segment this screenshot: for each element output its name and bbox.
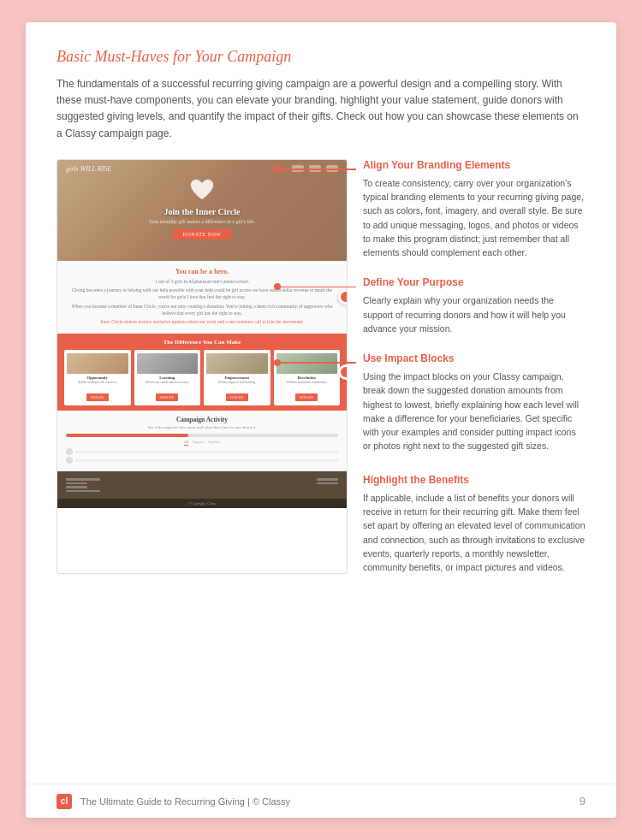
branding-connector-line: [281, 169, 356, 170]
mock-card-btn-4[interactable]: DONATE: [295, 393, 318, 401]
mock-impact-card-3: Empowerment $50/mo supports skill buildi…: [204, 350, 270, 406]
mock-tab-support[interactable]: Support: [192, 440, 204, 446]
mock-card-img-1: [67, 353, 128, 374]
intro-text: The fundamentals of a successful recurri…: [56, 76, 586, 142]
descriptions-panel: Align Your Branding Elements To create c…: [363, 159, 586, 575]
main-content: girls WILL RISE Join the Inner Circle Yo…: [56, 159, 586, 575]
purpose-connector-line: [281, 287, 356, 288]
campaign-mock: girls WILL RISE Join the Inner Circle Yo…: [56, 159, 348, 575]
branding-connector-dot: [274, 166, 281, 173]
mock-impact-title: The Difference You Can Make: [64, 339, 340, 346]
impact-connector: [274, 359, 356, 366]
mock-footer: [57, 471, 347, 499]
mock-footer-col-1: [66, 478, 100, 492]
mock-card-text-4: $100/mo transforms communities: [276, 381, 338, 385]
mock-card-btn-1[interactable]: DONATE: [86, 393, 109, 401]
mock-hero-title: Join the Inner Circle: [164, 207, 241, 216]
mock-purpose-connector-dot: [338, 289, 348, 305]
mock-logo: girls WILL RISE: [66, 165, 111, 173]
mock-card-label-1: Opportunity: [67, 376, 128, 380]
mock-avatar-1: [66, 448, 73, 455]
footer-logo-text: cl: [61, 796, 68, 806]
mock-card-img-3: [206, 353, 268, 374]
desc-impact-title: Use Impact Blocks: [363, 352, 586, 364]
content-area: Basic Must-Haves for Your Campaign The f…: [26, 22, 616, 784]
mock-activity-section: Campaign Activity See who supports this …: [57, 411, 347, 471]
mock-card-label-3: Empowerment: [206, 376, 268, 380]
desc-purpose-title: Define Your Purpose: [363, 276, 586, 288]
mock-purpose-cta: Inner Circle donors receive exclusive up…: [68, 319, 336, 326]
footer-page-number: 9: [580, 795, 586, 807]
mock-copyright: © Copyright | Classy: [57, 499, 347, 508]
mock-purpose-section: You can be a hero. 1 out of 3 girls in A…: [57, 261, 347, 334]
desc-branding-title: Align Your Branding Elements: [363, 159, 586, 171]
heart-icon: [190, 179, 214, 201]
footer-text: The Ultimate Guide to Recurring Giving |…: [80, 796, 571, 807]
mock-footer-line-2: [66, 482, 87, 485]
impact-connector-dot: [274, 359, 281, 366]
desc-impact-text: Using the impact blocks on your Classy c…: [363, 370, 586, 453]
mock-activity-subtitle: See who supports this cause and what the…: [66, 425, 338, 429]
mock-impact-card-2: Learning $25/mo can enable education acc…: [134, 350, 201, 406]
mock-activity-title: Campaign Activity: [66, 416, 338, 423]
mock-card-text-3: $50/mo supports skill building: [206, 381, 268, 385]
mock-card-label-2: Learning: [137, 376, 199, 380]
mock-card-label-4: Revolution: [276, 376, 338, 380]
mock-impact-connector-dot: [338, 364, 348, 380]
desc-purpose: Define Your Purpose Clearly explain why …: [363, 276, 586, 349]
mock-purpose-title: You can be a hero.: [68, 268, 336, 275]
mock-footer-line-6: [317, 482, 338, 485]
mock-impact-card-4: Revolution $100/mo transforms communitie…: [274, 350, 341, 406]
mock-comment-1: [66, 448, 338, 455]
desc-benefits-text: If applicable, include a list of benefit…: [363, 491, 586, 575]
mock-donate-button[interactable]: DONATE NOW: [173, 229, 232, 240]
mock-hero: girls WILL RISE Join the Inner Circle Yo…: [57, 160, 347, 261]
desc-benefits-title: Highlight the Benefits: [363, 474, 586, 486]
footer-logo: cl: [56, 794, 72, 809]
desc-benefits: Highlight the Benefits If applicable, in…: [363, 474, 586, 575]
purpose-connector-dot: [274, 283, 281, 290]
mock-progress-fill: [66, 434, 188, 437]
mock-footer-line-5: [317, 478, 338, 481]
desc-purpose-text: Clearly explain why your organization ne…: [363, 293, 586, 335]
mock-avatar-2: [66, 457, 73, 464]
mock-impact-cards: Opportunity $10/mo could provide resourc…: [64, 350, 340, 406]
page: Basic Must-Haves for Your Campaign The f…: [26, 22, 616, 818]
footer-bar: cl The Ultimate Guide to Recurring Givin…: [26, 784, 616, 818]
mock-hero-subtitle: Your monthly gift makes a difference in …: [149, 219, 255, 224]
impact-connector-line: [281, 362, 356, 364]
mock-card-img-2: [137, 353, 199, 374]
mock-impact-card-1: Opportunity $10/mo could provide resourc…: [64, 350, 131, 406]
desc-branding-text: To create consistency, carry over your o…: [363, 176, 586, 260]
mock-footer-line-4: [66, 490, 100, 493]
purpose-connector: [274, 283, 356, 290]
mock-tab-updates[interactable]: Updates: [208, 440, 221, 446]
desc-branding: Align Your Branding Elements To create c…: [363, 159, 586, 274]
desc-impact: Use Impact Blocks Using the impact block…: [363, 352, 586, 467]
mock-card-text-2: $25/mo can enable education access: [137, 381, 199, 385]
mock-footer-col-2: [317, 478, 338, 492]
mock-progress-bar: [66, 434, 338, 437]
mock-comment-2: [66, 457, 338, 464]
section-title: Basic Must-Haves for Your Campaign: [56, 48, 586, 66]
mock-purpose-text2: When you become a member of Inner Circle…: [68, 304, 336, 316]
mock-footer-line-1: [66, 478, 100, 481]
mock-card-text-1: $10/mo could provide resources: [67, 381, 128, 385]
mock-comment-line-1: [75, 451, 338, 453]
mock-impact-section: The Difference You Can Make Opportunity …: [57, 334, 347, 411]
mock-tab-active[interactable]: All: [184, 440, 189, 446]
mock-footer-line-3: [66, 486, 87, 488]
mock-comment-line-2: [75, 459, 338, 462]
mock-card-btn-3[interactable]: DONATE: [226, 393, 248, 401]
mock-card-btn-2[interactable]: DONATE: [156, 393, 178, 401]
branding-connector: [274, 166, 356, 173]
mock-tabs: All Support Updates: [66, 440, 338, 446]
